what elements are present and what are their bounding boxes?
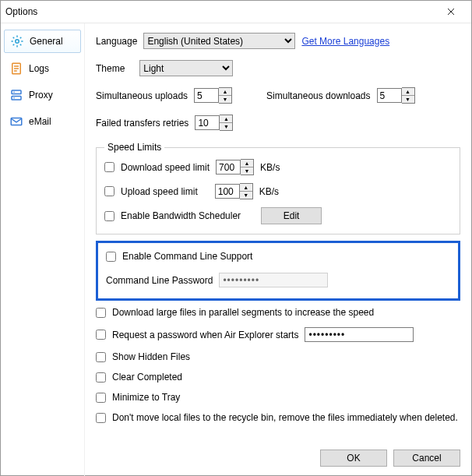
sidebar-item-label: Logs bbox=[29, 63, 49, 74]
sim-uploads-input[interactable] bbox=[194, 88, 219, 103]
cancel-button[interactable]: Cancel bbox=[393, 450, 460, 467]
download-limit-label: Download speed limit bbox=[121, 162, 210, 173]
svg-rect-2 bbox=[12, 90, 21, 94]
unit-label: KB/s bbox=[259, 186, 279, 197]
clear-completed-checkbox[interactable] bbox=[96, 372, 106, 383]
upload-limit-checkbox[interactable] bbox=[104, 186, 114, 196]
enable-cli-label: Enable Command Line Support bbox=[122, 251, 252, 262]
minimize-tray-label: Minimize to Tray bbox=[112, 392, 180, 403]
language-select[interactable]: English (United States) bbox=[143, 33, 295, 49]
more-languages-link[interactable]: Get More Languages bbox=[301, 36, 389, 47]
bandwidth-scheduler-label: Enable Bandwidth Scheduler bbox=[121, 210, 241, 221]
language-label: Language bbox=[96, 36, 137, 47]
svg-rect-3 bbox=[12, 97, 21, 100]
theme-label: Theme bbox=[96, 63, 125, 74]
download-parallel-label: Download large files in parallel segment… bbox=[112, 307, 374, 318]
chevron-up-icon: ▲ bbox=[220, 115, 232, 123]
sim-downloads-stepper[interactable]: ▲▼ bbox=[402, 87, 415, 104]
speed-limits-group: Speed Limits Download speed limit ▲▼ KB/… bbox=[96, 142, 460, 234]
speed-limits-legend: Speed Limits bbox=[104, 142, 164, 153]
chevron-down-icon: ▼ bbox=[220, 123, 232, 130]
chevron-up-icon: ▲ bbox=[402, 88, 414, 96]
startup-password-input[interactable] bbox=[305, 327, 414, 342]
download-parallel-checkbox[interactable] bbox=[96, 308, 106, 318]
gear-icon bbox=[9, 33, 25, 49]
server-icon bbox=[9, 87, 24, 103]
download-limit-checkbox[interactable] bbox=[104, 162, 114, 172]
chevron-down-icon: ▼ bbox=[241, 167, 253, 175]
sim-downloads-label: Simultaneous downloads bbox=[266, 90, 370, 101]
no-recycle-checkbox[interactable] bbox=[96, 413, 106, 423]
no-recycle-label: Don't move local files to the recycle bi… bbox=[112, 412, 458, 423]
cli-password-input[interactable] bbox=[219, 273, 328, 287]
close-icon bbox=[447, 8, 455, 16]
failed-retries-stepper[interactable]: ▲▼ bbox=[220, 115, 233, 131]
ok-button[interactable]: OK bbox=[320, 450, 387, 467]
sidebar-item-label: eMail bbox=[29, 116, 51, 127]
sidebar-item-general[interactable]: General bbox=[4, 30, 81, 53]
options-dialog: Options General Logs Proxy bbox=[0, 0, 472, 476]
sidebar-item-email[interactable]: eMail bbox=[4, 111, 81, 132]
dialog-buttons: OK Cancel bbox=[320, 450, 460, 467]
sim-uploads-stepper[interactable]: ▲▼ bbox=[219, 87, 232, 104]
enable-cli-checkbox[interactable] bbox=[106, 252, 116, 262]
sim-downloads-input[interactable] bbox=[377, 88, 402, 103]
clear-completed-label: Clear Completed bbox=[112, 372, 182, 383]
request-password-checkbox[interactable] bbox=[96, 330, 106, 340]
main-panel: Language English (United States) Get Mor… bbox=[85, 23, 471, 476]
chevron-up-icon: ▲ bbox=[219, 88, 231, 96]
chevron-down-icon: ▼ bbox=[402, 96, 414, 103]
upload-limit-label: Upload speed limit bbox=[121, 186, 198, 197]
chevron-up-icon: ▲ bbox=[240, 184, 252, 192]
show-hidden-checkbox[interactable] bbox=[96, 352, 106, 362]
svg-point-5 bbox=[13, 97, 15, 99]
chevron-down-icon: ▼ bbox=[240, 192, 252, 199]
svg-point-0 bbox=[16, 40, 19, 44]
chevron-down-icon: ▼ bbox=[219, 96, 231, 103]
download-limit-input[interactable] bbox=[216, 160, 241, 175]
failed-retries-label: Failed transfers retries bbox=[96, 118, 188, 129]
sidebar-item-label: Proxy bbox=[29, 90, 53, 100]
close-button[interactable] bbox=[435, 1, 467, 23]
theme-select[interactable]: Light bbox=[139, 60, 233, 76]
unit-label: KB/s bbox=[260, 162, 280, 173]
sidebar-item-label: General bbox=[30, 36, 63, 47]
mail-icon bbox=[9, 114, 24, 129]
sidebar-item-logs[interactable]: Logs bbox=[4, 58, 81, 79]
window-title: Options bbox=[5, 6, 435, 17]
upload-limit-input[interactable] bbox=[215, 184, 240, 199]
bandwidth-scheduler-checkbox[interactable] bbox=[104, 211, 114, 221]
upload-limit-stepper[interactable]: ▲▼ bbox=[240, 183, 253, 199]
svg-point-4 bbox=[13, 92, 15, 93]
sim-uploads-label: Simultaneous uploads bbox=[96, 90, 188, 101]
failed-retries-input[interactable] bbox=[195, 115, 220, 130]
show-hidden-label: Show Hidden Files bbox=[112, 351, 190, 362]
command-line-highlight: Enable Command Line Support Command Line… bbox=[96, 241, 460, 301]
cli-password-label: Command Line Password bbox=[106, 275, 213, 286]
download-limit-stepper[interactable]: ▲▼ bbox=[241, 159, 254, 175]
titlebar: Options bbox=[1, 1, 471, 23]
sidebar: General Logs Proxy eMail bbox=[1, 23, 85, 476]
document-icon bbox=[9, 61, 24, 76]
chevron-up-icon: ▲ bbox=[241, 160, 253, 167]
request-password-label: Request a password when Air Explorer sta… bbox=[112, 330, 298, 340]
edit-scheduler-button[interactable]: Edit bbox=[261, 207, 322, 224]
minimize-tray-checkbox[interactable] bbox=[96, 393, 106, 403]
options-list: Download large files in parallel segment… bbox=[96, 307, 460, 423]
sidebar-item-proxy[interactable]: Proxy bbox=[4, 84, 81, 106]
